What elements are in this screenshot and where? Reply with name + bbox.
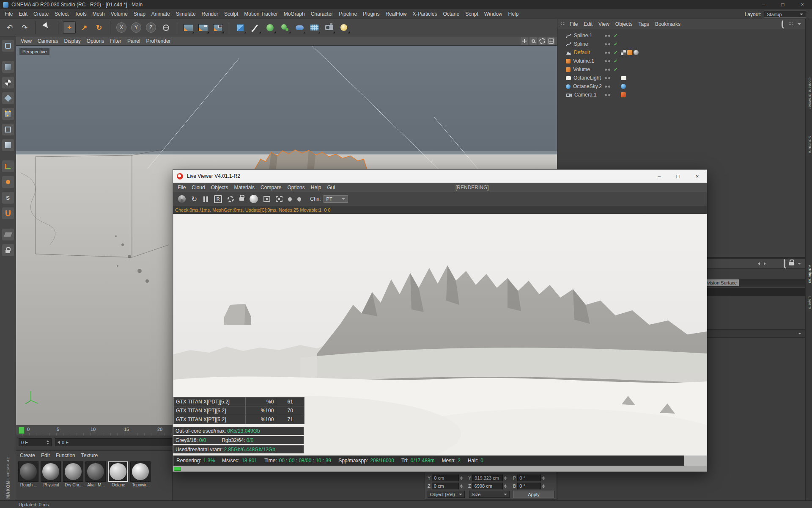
toggle-views-icon[interactable] [547, 37, 555, 45]
om-menu-edit[interactable]: Edit [581, 21, 595, 27]
menu-sculpt[interactable]: Sculpt [221, 11, 241, 17]
enabled-check-icon[interactable]: ✓ [614, 50, 617, 55]
object-row[interactable]: Volume ✓ [557, 65, 805, 74]
viewport-menu-options[interactable]: Options [84, 38, 107, 44]
light-tag-icon[interactable] [621, 76, 626, 80]
live-viewer-window[interactable]: Live Viewer V4.01.1-R2 – □ × File Cloud … [173, 169, 707, 472]
search-icon[interactable] [782, 21, 783, 27]
tag-chips[interactable] [621, 50, 639, 55]
history-back-icon[interactable] [758, 262, 760, 265]
lv-menu-objects[interactable]: Objects [208, 185, 231, 190]
material-item[interactable]: Rough ... [18, 461, 39, 487]
enabled-check-icon[interactable]: ✓ [614, 67, 617, 72]
tweak-mode-icon[interactable] [2, 176, 14, 188]
cloner-icon[interactable] [278, 21, 291, 34]
render-view-icon[interactable] [182, 21, 195, 34]
zoom-view-icon[interactable] [529, 37, 537, 45]
edges-mode-icon[interactable] [2, 124, 14, 135]
pause-render-icon[interactable] [203, 196, 208, 202]
close-button[interactable]: × [688, 170, 707, 183]
panel-menu-icon[interactable] [798, 263, 801, 265]
polygons-mode-icon[interactable] [2, 139, 14, 151]
coord-mode-select[interactable]: Object (Rel) [428, 491, 465, 498]
visibility-dots[interactable] [605, 52, 610, 54]
visibility-dots[interactable] [605, 60, 610, 62]
lv-menu-options[interactable]: Options [284, 185, 307, 190]
object-row[interactable]: Spline.1 ✓ [557, 31, 805, 40]
coord-stepper[interactable] [542, 476, 545, 480]
om-menu-view[interactable]: View [595, 21, 612, 27]
visibility-dots[interactable] [605, 69, 610, 71]
material-item[interactable]: Akai_M... [85, 461, 107, 487]
object-row[interactable]: OctaneSky.2 [557, 82, 805, 91]
rotate-tool-icon[interactable]: ↻ [93, 21, 105, 34]
history-forward-icon[interactable] [764, 262, 766, 265]
material-menu-edit[interactable]: Edit [38, 453, 53, 458]
filter-icon[interactable] [788, 22, 793, 26]
material-menu-function[interactable]: Function [53, 453, 78, 458]
tab-content-browser[interactable]: Content Browser [806, 66, 812, 121]
deformer-icon[interactable] [293, 21, 306, 34]
render-region-icon[interactable] [263, 196, 270, 202]
layout-select[interactable]: Startup [764, 11, 806, 18]
tab-attributes[interactable]: Attributes [806, 260, 812, 289]
reset-render-icon[interactable]: R [214, 195, 222, 203]
pick-material-icon[interactable] [297, 197, 301, 201]
model-mode-icon[interactable] [2, 61, 14, 73]
panel-grip-icon[interactable] [561, 22, 565, 26]
object-row-selected[interactable]: Default ✓ [557, 48, 805, 57]
make-editable-icon[interactable] [2, 40, 14, 52]
menu-edit[interactable]: Edit [16, 11, 30, 17]
enabled-check-icon[interactable]: ✓ [614, 58, 617, 64]
material-item[interactable]: Physical [41, 461, 62, 487]
coord-field[interactable]: 919.323 cm [472, 475, 503, 481]
coord-stepper[interactable] [460, 476, 463, 480]
lock-icon[interactable] [789, 262, 794, 265]
menu-plugins[interactable]: Plugins [360, 11, 382, 17]
x-axis-lock-icon[interactable]: X [115, 21, 128, 34]
snap-icon[interactable]: S [2, 192, 14, 204]
undo-icon[interactable]: ↶ [3, 21, 16, 34]
coord-stepper[interactable] [542, 484, 545, 488]
object-row[interactable]: Spline ✓ [557, 40, 805, 48]
visibility-dots[interactable] [605, 43, 610, 45]
camera-tag-icon[interactable] [621, 92, 626, 97]
material-menu-texture[interactable]: Texture [78, 453, 101, 458]
menu-script[interactable]: Script [462, 11, 481, 17]
visibility-dots[interactable] [605, 86, 610, 88]
menu-mesh[interactable]: Mesh [89, 11, 107, 17]
search-icon[interactable] [784, 260, 785, 268]
workplane-mode-icon[interactable] [2, 92, 14, 104]
timeline-slider[interactable]: 0 F [55, 438, 182, 446]
lv-menu-compare[interactable]: Compare [258, 185, 284, 190]
compositing-tag-icon[interactable] [621, 50, 626, 55]
bookmark-menu-icon[interactable] [798, 23, 801, 25]
texture-mode-icon[interactable] [2, 77, 14, 88]
tag-chips[interactable] [621, 92, 626, 97]
coord-stepper[interactable] [504, 484, 507, 488]
coord-field[interactable]: 0 ° [517, 483, 541, 489]
om-menu-bookmarks[interactable]: Bookmarks [652, 21, 683, 27]
tab-layers[interactable]: Layers [806, 292, 812, 314]
menu-pipeline[interactable]: Pipeline [336, 11, 360, 17]
viewport-menu-prorender[interactable]: ProRender [143, 38, 174, 44]
octane-logo-icon[interactable] [178, 195, 186, 203]
enabled-check-icon[interactable]: ✓ [614, 33, 617, 39]
axis-mode-icon[interactable] [2, 160, 14, 172]
menu-help[interactable]: Help [505, 11, 522, 17]
object-row[interactable]: OctaneLight [557, 74, 805, 82]
viewport-menu-cameras[interactable]: Cameras [35, 38, 61, 44]
viewport-view-label[interactable]: Perspective [19, 48, 49, 55]
coordinate-system-icon[interactable] [159, 21, 172, 34]
om-menu-tags[interactable]: Tags [636, 21, 652, 27]
viewport-menu-panel[interactable]: Panel [124, 38, 143, 44]
live-viewer-titlebar[interactable]: Live Viewer V4.01.1-R2 – □ × [173, 170, 707, 183]
om-menu-file[interactable]: File [567, 21, 581, 27]
tag-chips[interactable] [621, 84, 626, 89]
pen-spline-icon[interactable] [249, 21, 261, 34]
coord-field[interactable]: 6998 cm [472, 483, 503, 489]
material-tag-icon[interactable] [627, 50, 632, 55]
pan-view-icon[interactable] [521, 37, 528, 45]
coord-field[interactable]: 0 ° [517, 475, 541, 481]
light-icon[interactable] [337, 21, 350, 34]
